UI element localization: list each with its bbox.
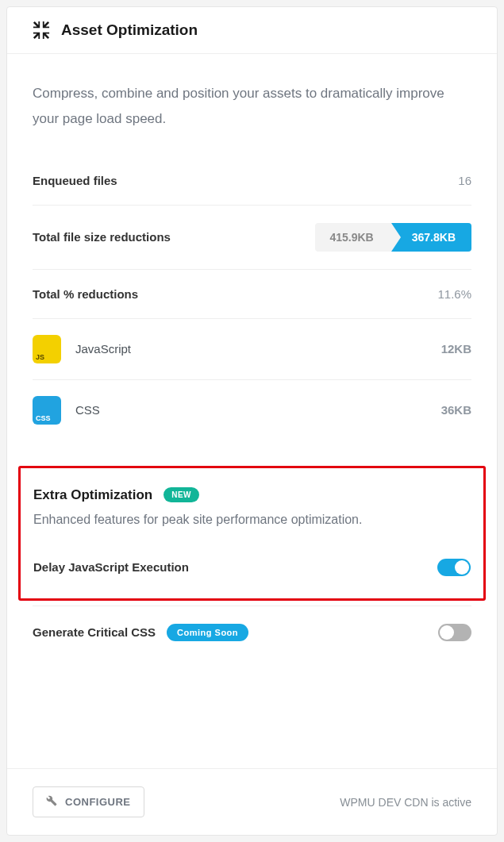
critical-css-label: Generate Critical CSS Coming Soon bbox=[33, 624, 248, 641]
stat-size-reductions: Total file size reductions 415.9KB 367.8… bbox=[33, 206, 471, 270]
js-file-icon: JS bbox=[33, 335, 61, 363]
stat-label: Enqueued files bbox=[33, 174, 117, 187]
configure-button[interactable]: CONFIGURE bbox=[33, 786, 144, 817]
asset-left: JS JavaScript bbox=[33, 335, 131, 363]
stat-value: 16 bbox=[458, 174, 471, 187]
critical-css-row: Generate Critical CSS Coming Soon bbox=[33, 606, 471, 659]
asset-name: CSS bbox=[75, 403, 100, 417]
css-file-icon: CSS bbox=[33, 396, 61, 425]
size-before: 415.9KB bbox=[315, 223, 391, 252]
extra-description: Enhanced features for peak site performa… bbox=[33, 513, 471, 527]
stat-percent-reductions: Total % reductions 11.6% bbox=[33, 270, 471, 319]
asset-row-css: CSS CSS 36KB bbox=[33, 380, 471, 440]
description-text: Compress, combine and position your asse… bbox=[33, 81, 471, 133]
asset-name: JavaScript bbox=[75, 342, 131, 356]
compress-icon bbox=[33, 21, 50, 39]
toggle-knob bbox=[455, 560, 469, 575]
critical-css-toggle[interactable] bbox=[438, 624, 471, 641]
stat-value: 11.6% bbox=[437, 287, 471, 301]
stat-label: Total % reductions bbox=[33, 287, 138, 301]
asset-row-js: JS JavaScript 12KB bbox=[33, 319, 471, 380]
delay-js-toggle[interactable] bbox=[437, 559, 471, 576]
asset-size: 12KB bbox=[441, 342, 471, 356]
toggle-knob bbox=[440, 625, 454, 640]
extra-optimization-highlight: Extra Optimization NEW Enhanced features… bbox=[18, 466, 486, 601]
card-footer: CONFIGURE WPMU DEV CDN is active bbox=[7, 768, 497, 835]
asset-optimization-card: Asset Optimization Compress, combine and… bbox=[6, 6, 498, 836]
size-after: 367.8KB bbox=[391, 223, 471, 252]
asset-left: CSS CSS bbox=[33, 396, 100, 425]
extra-title: Extra Optimization bbox=[33, 487, 152, 503]
card-header: Asset Optimization bbox=[7, 7, 497, 54]
stat-enqueued-files: Enqueued files 16 bbox=[33, 156, 471, 206]
critical-css-text: Generate Critical CSS bbox=[33, 625, 156, 639]
card-body: Compress, combine and position your asse… bbox=[7, 54, 497, 768]
footer-note: WPMU DEV CDN is active bbox=[340, 796, 471, 809]
extra-header: Extra Optimization NEW bbox=[33, 487, 471, 503]
size-reduction-pill: 415.9KB 367.8KB bbox=[315, 223, 471, 252]
wrench-icon bbox=[46, 795, 57, 809]
delay-js-row: Delay JavaScript Execution bbox=[33, 541, 471, 594]
delay-js-label: Delay JavaScript Execution bbox=[33, 560, 189, 574]
configure-label: CONFIGURE bbox=[65, 796, 131, 808]
new-badge: NEW bbox=[164, 487, 199, 502]
stat-label: Total file size reductions bbox=[33, 230, 171, 244]
card-title: Asset Optimization bbox=[61, 21, 198, 39]
coming-soon-badge: Coming Soon bbox=[167, 624, 248, 641]
asset-size: 36KB bbox=[441, 403, 471, 417]
